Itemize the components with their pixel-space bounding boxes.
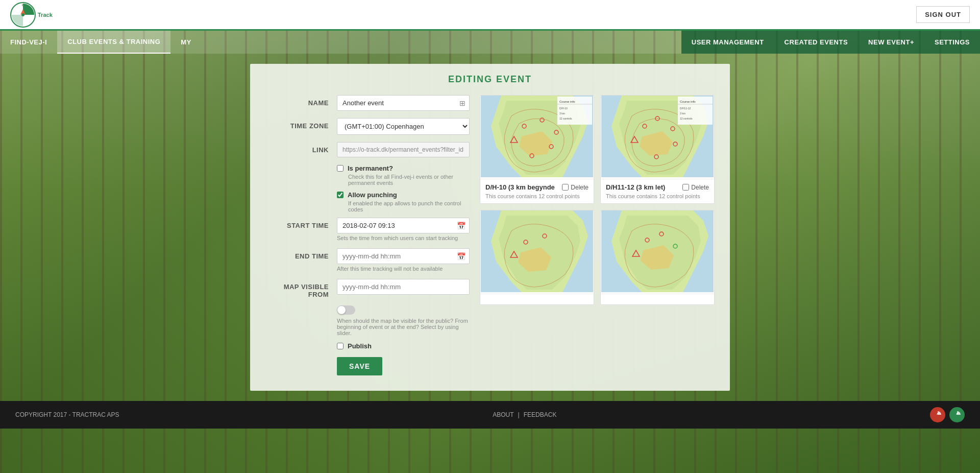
- timezone-label: TIME ZONE: [265, 118, 337, 130]
- map-2-points: This course contains 12 control points: [606, 193, 709, 199]
- allow-punching-row: Allow punching If enabled the app allows…: [337, 191, 470, 212]
- publish-row: Publish: [337, 342, 470, 350]
- map-1-points: This course contains 12 control points: [485, 193, 589, 199]
- end-calendar-icon: 📅: [457, 252, 465, 261]
- content-panel: EDITING EVENT NAME ⊞ TIME ZONE: [250, 64, 730, 391]
- end-time-hint: After this time tracking will not be ava…: [337, 266, 470, 272]
- map-1-delete-text: Delete: [571, 184, 589, 191]
- nav-item-club-events[interactable]: CLUB EVENTS & TRAINING: [57, 31, 170, 54]
- map-image-3[interactable]: [480, 210, 594, 292]
- two-col-layout: NAME ⊞ TIME ZONE (GMT+01:00) Copenhagen: [265, 95, 715, 375]
- logo: O Track: [10, 2, 53, 28]
- map-visible-row: MAP VISIBLE FROM: [265, 279, 470, 298]
- toggle-knob: [337, 306, 346, 314]
- name-input[interactable]: [337, 95, 470, 111]
- is-permanent-label[interactable]: Is permanent?: [337, 164, 470, 172]
- svg-text:3 km: 3 km: [680, 112, 685, 115]
- footer-separator: |: [518, 411, 520, 418]
- main-wrapper: EDITING EVENT NAME ⊞ TIME ZONE: [0, 54, 980, 401]
- timezone-select[interactable]: (GMT+01:00) Copenhagen: [337, 118, 470, 135]
- map-visible-input[interactable]: [337, 279, 470, 295]
- is-permanent-row: Is permanent? Check this for all Find-ve…: [337, 164, 470, 186]
- map-visibility-toggle[interactable]: [337, 305, 355, 315]
- end-time-field-wrap: 📅 After this time tracking will not be a…: [337, 248, 470, 272]
- svg-point-2: [21, 13, 24, 16]
- allow-punching-checkbox[interactable]: [337, 192, 344, 198]
- map-visible-label: MAP VISIBLE FROM: [265, 279, 337, 298]
- start-calendar-icon: 📅: [457, 222, 465, 230]
- map-3-footer: [480, 294, 594, 304]
- map-1-delete-checkbox[interactable]: [562, 184, 569, 191]
- map-1-delete-label[interactable]: Delete: [562, 184, 589, 191]
- about-link[interactable]: ABOUT: [493, 411, 513, 418]
- end-time-input[interactable]: [337, 248, 470, 264]
- timezone-row: TIME ZONE (GMT+01:00) Copenhagen: [265, 118, 470, 135]
- save-button[interactable]: SAVE: [337, 357, 382, 375]
- svg-text:12 controls: 12 controls: [680, 117, 693, 120]
- nav-item-new-event[interactable]: NEW EVENT+: [858, 31, 924, 54]
- logo-icon: O: [10, 2, 36, 28]
- allow-punching-hint: If enabled the app allows to punch the c…: [348, 200, 470, 212]
- link-row: LINK: [265, 142, 470, 157]
- link-input[interactable]: [337, 142, 470, 157]
- name-field-wrap: ⊞: [337, 95, 470, 111]
- map-card-1: Course info D/H-10 3 km 12 controls D/H-…: [480, 95, 594, 204]
- nav-item-user-management[interactable]: USER MANAGEMENT: [681, 31, 774, 54]
- end-time-label: END TIME: [265, 248, 337, 260]
- toggle-wrap: [337, 305, 470, 315]
- maps-column: Course info D/H-10 3 km 12 controls D/H-…: [480, 95, 715, 375]
- map-image-2[interactable]: Course info D/H11-12 3 km 12 controls: [601, 96, 714, 177]
- is-permanent-checkbox[interactable]: [337, 165, 344, 172]
- publish-label[interactable]: Publish: [337, 342, 470, 350]
- svg-text:D/H-10: D/H-10: [559, 107, 568, 110]
- footer-links: ABOUT | FEEDBACK: [493, 411, 556, 418]
- start-time-input[interactable]: [337, 218, 470, 233]
- map-2-delete-checkbox[interactable]: [682, 184, 689, 191]
- footer-icons: [930, 407, 965, 422]
- svg-text:12 controls: 12 controls: [559, 117, 572, 120]
- maps-grid: Course info D/H-10 3 km 12 controls D/H-…: [480, 95, 715, 305]
- sign-out-button[interactable]: SIGN OUT: [916, 6, 970, 23]
- footer: COPYRIGHT 2017 - TRACTRAC APS ABOUT | FE…: [0, 401, 980, 429]
- start-time-row: START TIME 📅 Sets the time from which us…: [265, 218, 470, 241]
- map-2-footer: D/H11-12 (3 km let) Delete This course c…: [601, 179, 714, 203]
- name-row: NAME ⊞: [265, 95, 470, 111]
- link-label: LINK: [265, 142, 337, 154]
- map-1-course-row: D/H-10 (3 km begynde Delete: [485, 183, 589, 191]
- publish-checkbox[interactable]: [337, 343, 344, 349]
- footer-icon-green[interactable]: [949, 407, 965, 422]
- toggle-hint: When should the map be visible for the p…: [337, 318, 470, 336]
- map-card-2: Course info D/H11-12 3 km 12 controls D/…: [600, 95, 715, 204]
- start-time-hint: Sets the time from which users can start…: [337, 235, 470, 241]
- map-2-course-name: D/H11-12 (3 km let): [606, 183, 682, 191]
- is-permanent-hint: Check this for all Find-vej-i events or …: [348, 174, 470, 186]
- svg-text:Course info: Course info: [559, 100, 575, 103]
- calendar-icon: ⊞: [459, 99, 465, 107]
- nav-right: USER MANAGEMENT CREATED EVENTS NEW EVENT…: [681, 31, 980, 54]
- allow-punching-label[interactable]: Allow punching: [337, 191, 470, 199]
- otrack-green-icon: [952, 410, 962, 419]
- map-image-1[interactable]: Course info D/H-10 3 km 12 controls: [480, 96, 594, 177]
- nav-item-my[interactable]: MY: [170, 31, 202, 54]
- form-column: NAME ⊞ TIME ZONE (GMT+01:00) Copenhagen: [265, 95, 470, 375]
- map-2-delete-label[interactable]: Delete: [682, 184, 709, 191]
- map-card-4: [600, 210, 715, 305]
- end-time-row: END TIME 📅 After this time tracking will…: [265, 248, 470, 272]
- timezone-field-wrap: (GMT+01:00) Copenhagen: [337, 118, 470, 135]
- nav-item-settings[interactable]: SETTINGS: [924, 31, 980, 54]
- publish-text: Publish: [348, 342, 372, 350]
- nav-left: FIND-VEJ-I CLUB EVENTS & TRAINING MY: [0, 31, 202, 54]
- nav-item-created-events[interactable]: CREATED EVENTS: [774, 31, 859, 54]
- name-label: NAME: [265, 95, 337, 107]
- page-title: EDITING EVENT: [265, 74, 715, 85]
- svg-text:3 km: 3 km: [559, 112, 565, 115]
- nav-item-find-vej-i[interactable]: FIND-VEJ-I: [0, 31, 57, 54]
- map-image-4[interactable]: [601, 210, 714, 292]
- map-2-delete-text: Delete: [691, 184, 709, 191]
- start-time-label: START TIME: [265, 218, 337, 229]
- copyright-text: COPYRIGHT 2017 - TRACTRAC APS: [15, 411, 119, 418]
- footer-icon-red[interactable]: [930, 407, 945, 422]
- map-1-footer: D/H-10 (3 km begynde Delete This course …: [480, 179, 594, 203]
- feedback-link[interactable]: FEEDBACK: [524, 411, 557, 418]
- map-4-footer: [601, 294, 714, 304]
